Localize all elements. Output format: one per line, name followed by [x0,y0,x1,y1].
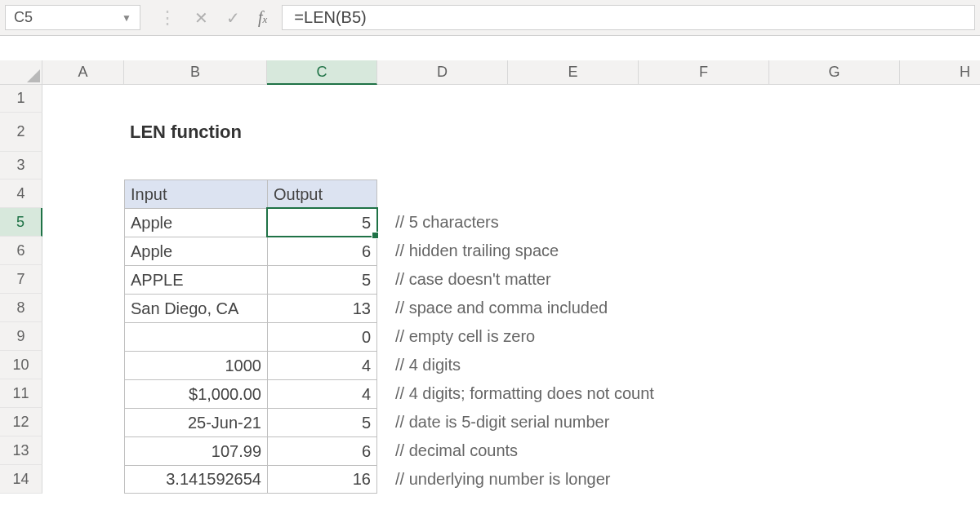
cell-H3[interactable] [900,152,980,179]
row-head-7[interactable]: 7 [0,265,42,294]
formula-input[interactable]: =LEN(B5) [282,5,975,30]
row-head-14[interactable]: 14 [0,465,42,494]
cell-F1[interactable] [639,85,769,113]
comment-row-5[interactable]: // 5 characters [377,208,980,237]
cell-A10[interactable] [42,351,124,379]
table-header-input[interactable]: Input [124,179,267,208]
cell-B3[interactable] [124,152,267,179]
cell-D2[interactable] [377,113,508,152]
cell-A2[interactable] [42,113,124,152]
cell-H1[interactable] [900,85,980,113]
cell-A6[interactable] [42,237,124,265]
cell-G3[interactable] [769,152,900,179]
cell-D3[interactable] [377,152,508,179]
cell-A5[interactable] [42,208,124,237]
cell-E1[interactable] [508,85,639,113]
cell-C6[interactable]: 6 [267,237,377,265]
cell-A14[interactable] [42,465,124,494]
cell-G4[interactable] [769,179,900,208]
cell-B10[interactable]: 1000 [124,351,267,379]
cell-C1[interactable] [267,85,377,113]
cell-C3[interactable] [267,152,377,179]
cell-A11[interactable] [42,379,124,408]
row-head-4[interactable]: 4 [0,179,42,208]
cancel-icon[interactable]: ✕ [194,8,208,28]
cell-B6[interactable]: Apple [124,237,267,265]
row-head-8[interactable]: 8 [0,294,42,322]
cell-C13[interactable]: 6 [267,436,377,465]
row-head-6[interactable]: 6 [0,237,42,265]
row-head-11[interactable]: 11 [0,379,42,408]
select-all-triangle[interactable] [0,60,42,85]
enter-icon[interactable]: ✓ [226,8,240,28]
row-head-10[interactable]: 10 [0,351,42,379]
cell-B13[interactable]: 107.99 [124,436,267,465]
cell-C10[interactable]: 4 [267,351,377,379]
cell-A12[interactable] [42,408,124,436]
cell-B8[interactable]: San Diego, CA [124,294,267,322]
cell-A13[interactable] [42,436,124,465]
cell-G1[interactable] [769,85,900,113]
cell-D4[interactable] [377,179,508,208]
table-header-output[interactable]: Output [267,179,377,208]
comment-row-14[interactable]: // underlying number is longer [377,465,980,494]
col-head-F[interactable]: F [639,60,769,85]
col-head-E[interactable]: E [508,60,639,85]
cell-C12[interactable]: 5 [267,408,377,436]
comment-row-8[interactable]: // space and comma included [377,294,980,322]
row-head-9[interactable]: 9 [0,322,42,351]
comment-row-6[interactable]: // hidden trailing space [377,237,980,265]
col-head-H[interactable]: H [900,60,980,85]
col-head-G[interactable]: G [769,60,900,85]
col-head-D[interactable]: D [377,60,508,85]
cell-B12[interactable]: 25-Jun-21 [124,408,267,436]
cell-A9[interactable] [42,322,124,351]
row-head-5[interactable]: 5 [0,208,42,237]
comment-row-9[interactable]: // empty cell is zero [377,322,980,351]
cell-E4[interactable] [508,179,639,208]
cell-H4[interactable] [900,179,980,208]
cell-A4[interactable] [42,179,124,208]
comment-row-10[interactable]: // 4 digits [377,351,980,379]
row-head-2[interactable]: 2 [0,113,42,152]
cell-B7[interactable]: APPLE [124,265,267,294]
comment-row-7[interactable]: // case doesn't matter [377,265,980,294]
cell-C14[interactable]: 16 [267,465,377,494]
cell-B1[interactable] [124,85,267,113]
cell-E2[interactable] [508,113,639,152]
cell-F3[interactable] [639,152,769,179]
chevron-down-icon[interactable]: ▼ [122,12,131,24]
cell-A8[interactable] [42,294,124,322]
comment-row-12[interactable]: // date is 5-digit serial number [377,408,980,436]
cell-C11[interactable]: 4 [267,379,377,408]
cell-B5[interactable]: Apple [124,208,267,237]
cell-B14[interactable]: 3.141592654 [124,465,267,494]
cell-H2[interactable] [900,113,980,152]
cell-F2[interactable] [639,113,769,152]
spreadsheet-grid[interactable]: A B C D E F G H 1 2 LEN function 3 4 Inp… [0,60,980,494]
cell-C7[interactable]: 5 [267,265,377,294]
cell-B9[interactable] [124,322,267,351]
cell-F4[interactable] [639,179,769,208]
cell-D1[interactable] [377,85,508,113]
col-head-A[interactable]: A [42,60,124,85]
row-head-13[interactable]: 13 [0,436,42,465]
col-head-B[interactable]: B [124,60,267,85]
col-head-C[interactable]: C [267,60,377,85]
cell-B11[interactable]: $1,000.00 [124,379,267,408]
row-head-1[interactable]: 1 [0,85,42,113]
cell-A3[interactable] [42,152,124,179]
cell-C9[interactable]: 0 [267,322,377,351]
cell-C5-selected[interactable]: 5 [267,208,377,237]
cell-A1[interactable] [42,85,124,113]
cell-C8[interactable]: 13 [267,294,377,322]
cell-G2[interactable] [769,113,900,152]
fx-icon[interactable]: fx [258,8,267,27]
cell-A7[interactable] [42,265,124,294]
comment-row-13[interactable]: // decimal counts [377,436,980,465]
comment-row-11[interactable]: // 4 digits; formatting does not count [377,379,980,408]
cell-E3[interactable] [508,152,639,179]
row-head-3[interactable]: 3 [0,152,42,179]
name-box[interactable]: C5 ▼ [5,5,140,30]
page-title[interactable]: LEN function [124,113,377,152]
